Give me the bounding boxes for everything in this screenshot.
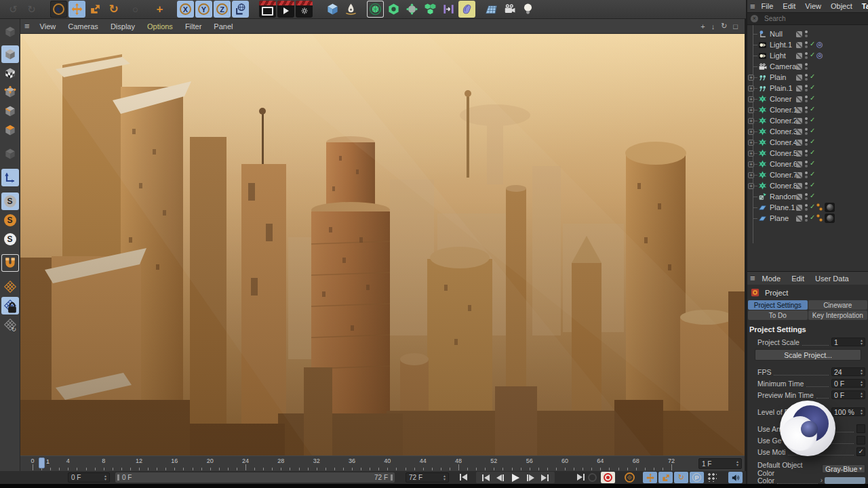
mograph-cloner-icon[interactable] (422, 1, 439, 18)
light-object-icon[interactable] (519, 1, 536, 18)
stepper-icon[interactable]: ▴▾ (859, 392, 863, 399)
planar-workplane-icon[interactable]: ↻ (1, 316, 19, 333)
visibility-dot-top[interactable] (805, 52, 808, 55)
attr-value-field[interactable]: 0 F▴▾ (831, 390, 865, 399)
visibility-dot-bottom[interactable] (805, 45, 808, 48)
layer-tag-icon[interactable] (796, 194, 802, 200)
next-key-button[interactable] (538, 472, 553, 483)
material-thumbnail[interactable] (825, 214, 835, 223)
viewport-3d[interactable] (20, 34, 745, 455)
attr-value-field[interactable]: 1▴▾ (831, 338, 865, 346)
layer-tag-icon[interactable] (796, 150, 802, 157)
visibility-dot-top[interactable] (805, 63, 808, 66)
layer-tag-icon[interactable] (796, 205, 802, 211)
object-search[interactable]: × Search (747, 12, 868, 25)
enabled-check-icon[interactable]: ✓ (810, 83, 815, 91)
subdivision-surface-icon[interactable] (367, 1, 384, 18)
visibility-dot-top[interactable] (805, 128, 808, 131)
object-row-cloner[interactable]: +Cloner✓ (747, 94, 868, 104)
camera-object-icon[interactable] (501, 1, 518, 18)
visibility-dot-bottom[interactable] (805, 121, 808, 124)
visibility-dot-bottom[interactable] (805, 89, 808, 92)
generator-extrude-icon[interactable] (385, 1, 402, 18)
viewport-menu-view[interactable]: View (40, 22, 56, 30)
snap-s3-icon[interactable]: S (1, 230, 19, 248)
om-menu-tags[interactable]: Tags (862, 2, 868, 10)
orbit-icon[interactable]: ↻ (721, 22, 727, 30)
current-frame-field[interactable]: 1 F▴▾ (698, 458, 742, 469)
tab-key-interpolation[interactable]: Key Interpolation (808, 310, 868, 320)
coordinate-system-icon[interactable] (232, 1, 249, 18)
enabled-check-icon[interactable]: ✓ (810, 105, 815, 113)
tab-project-settings[interactable]: Project Settings (748, 300, 808, 310)
expand-icon[interactable]: + (748, 150, 754, 157)
spline-pen-icon[interactable] (342, 1, 359, 18)
om-menu-view[interactable]: View (805, 2, 821, 10)
attribute-burger-icon[interactable]: ≡ (750, 273, 755, 283)
viewport-burger-icon[interactable]: ≡ (24, 21, 30, 31)
polygons-mode-icon[interactable] (1, 121, 19, 139)
visibility-dot-bottom[interactable] (805, 208, 808, 211)
enabled-check-icon[interactable]: ✓ (810, 170, 815, 178)
layer-tag-icon[interactable] (796, 42, 802, 48)
live-selection-tool-icon[interactable] (50, 1, 67, 18)
attr-value-field[interactable]: 0 F▴▾ (831, 379, 865, 388)
viewport-solo-icon[interactable]: S (1, 192, 19, 210)
object-row-cloner-2[interactable]: +Cloner.2✓ (747, 115, 868, 126)
viewport-menu-panel[interactable]: Panel (214, 22, 233, 30)
floor-environment-icon[interactable] (483, 1, 500, 18)
object-row-plain-1[interactable]: +Plain.1✓ (747, 83, 868, 94)
key-position-button[interactable] (643, 472, 657, 483)
visibility-dot-bottom[interactable] (805, 78, 808, 81)
scale-project-button[interactable]: Scale Project... (755, 349, 861, 361)
visibility-dot-top[interactable] (805, 139, 808, 142)
enabled-check-icon[interactable]: ✓ (810, 127, 815, 134)
camera-view-tag-icon[interactable] (816, 62, 824, 70)
deformer-icon[interactable] (458, 1, 475, 18)
stepper-icon[interactable]: ▴▾ (859, 339, 863, 346)
goto-start-button[interactable] (456, 472, 471, 482)
expand-icon[interactable]: + (748, 140, 754, 146)
range-end-field[interactable]: 72 F ▴▾ (406, 472, 449, 483)
attr-menu-edit[interactable]: Edit (791, 274, 804, 283)
spline-arrange-icon[interactable] (440, 1, 457, 18)
layer-tag-icon[interactable] (796, 172, 802, 178)
attr-value-field[interactable]: 24▴▾ (831, 367, 865, 376)
tab-cineware[interactable]: Cineware (808, 300, 868, 310)
last-used-tool-icon[interactable]: ○ (127, 1, 144, 18)
dolly-icon[interactable]: ↓ (711, 22, 715, 30)
layer-tag-icon[interactable] (796, 118, 802, 124)
object-row-cloner-1[interactable]: +Cloner.1✓ (747, 104, 868, 115)
visibility-dot-top[interactable] (805, 215, 808, 218)
object-row-cloner-4[interactable]: +Cloner.4✓ (747, 137, 868, 148)
viewport-menu-cameras[interactable]: Cameras (68, 22, 98, 30)
workplane-icon[interactable] (1, 278, 19, 296)
visibility-dot-top[interactable] (805, 204, 808, 207)
clear-search-icon[interactable]: × (751, 15, 758, 22)
layer-tag-icon[interactable] (796, 75, 802, 81)
layer-tag-icon[interactable] (796, 183, 802, 189)
layer-tag-icon[interactable] (796, 96, 802, 102)
render-view-icon[interactable] (259, 1, 276, 18)
target-tag-icon[interactable]: ◎ (816, 51, 823, 60)
enabled-check-icon[interactable]: ✓ (810, 192, 815, 199)
visibility-dot-top[interactable] (805, 171, 808, 174)
model-mode-icon[interactable] (1, 45, 19, 63)
stepper-icon[interactable]: ▴▾ (859, 380, 863, 387)
texture-mode-icon[interactable] (1, 64, 19, 82)
object-row-cloner-6[interactable]: +Cloner.6✓ (747, 159, 868, 169)
primitive-cube-icon[interactable] (324, 1, 341, 18)
visibility-dot-bottom[interactable] (805, 197, 808, 200)
layer-tag-icon[interactable] (796, 85, 802, 92)
object-row-cloner-7[interactable]: +Cloner.7✓ (747, 169, 868, 180)
expand-icon[interactable]: + (748, 172, 754, 178)
autokeying-button[interactable] (623, 472, 637, 483)
playhead[interactable] (39, 458, 45, 468)
layer-tag-icon[interactable] (796, 216, 802, 222)
attr-menu-user-data[interactable]: User Data (815, 274, 849, 283)
visibility-dot-bottom[interactable] (805, 186, 808, 189)
lock-y-axis-icon[interactable]: Y (195, 1, 212, 18)
visibility-dot-bottom[interactable] (805, 154, 808, 157)
render-settings-icon[interactable] (296, 1, 313, 18)
visibility-dot-top[interactable] (805, 41, 808, 44)
